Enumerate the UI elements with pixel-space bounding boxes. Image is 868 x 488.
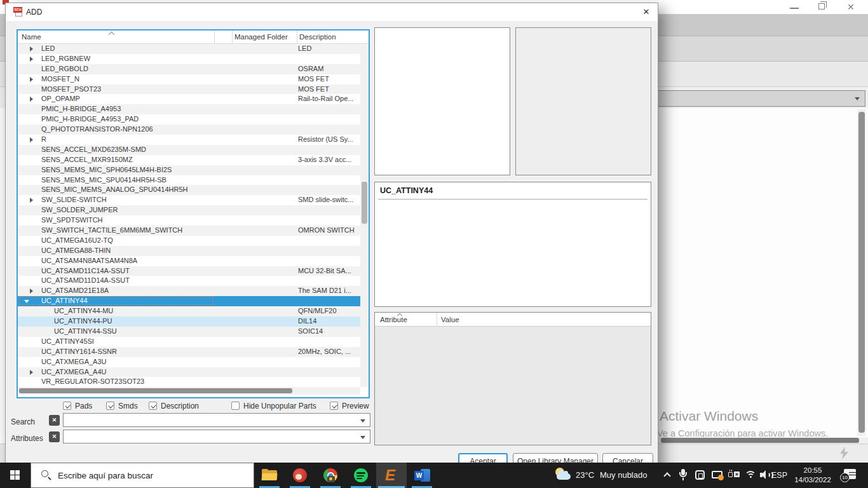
- tree-row[interactable]: LED_RGBOLDOSRAM: [18, 64, 369, 74]
- expander-icon[interactable]: [30, 57, 33, 62]
- column-header-managed-folder[interactable]: Managed Folder: [234, 33, 288, 41]
- tree-horizontal-scrollbar[interactable]: [18, 387, 360, 395]
- taskbar-app-chrome[interactable]: [315, 463, 346, 488]
- tree-row[interactable]: SENS_MEMS_MIC_SPH0645LM4H-BI2S: [18, 165, 369, 175]
- scrollbar-thumb[interactable]: [19, 388, 292, 393]
- wifi-icon[interactable]: [745, 471, 756, 479]
- tree-row[interactable]: LED_RGBNEW: [18, 54, 369, 64]
- checkbox-checked-icon[interactable]: [106, 402, 114, 410]
- tree-row[interactable]: RResistor (US Sy...: [18, 135, 369, 145]
- tree-row[interactable]: UC_ATTINY1614-SSNR20MHz, SOIC, ...: [18, 347, 369, 357]
- expander-icon[interactable]: [30, 46, 33, 51]
- tree-row[interactable]: UC_ATMEGA16U2-TQ: [18, 236, 369, 246]
- tree-row[interactable]: OP_OPAMPRail-to-Rail Ope...: [18, 94, 369, 104]
- attribute-table-header[interactable]: Attribute Value: [375, 313, 651, 327]
- taskbar-app-eagle[interactable]: E: [376, 463, 407, 488]
- expander-icon[interactable]: [30, 137, 33, 142]
- taskbar-search[interactable]: Escribe aquí para buscar: [31, 463, 254, 488]
- clear-attributes-icon[interactable]: ✕: [49, 431, 60, 442]
- attributes-input[interactable]: [65, 431, 357, 442]
- scrollbar-thumb[interactable]: [858, 112, 865, 433]
- tree-row[interactable]: SW_SLIDE-SWITCHSMD slide-switc...: [18, 195, 369, 205]
- notification-center-button[interactable]: 10: [841, 469, 857, 482]
- column-divider: [437, 313, 437, 327]
- tree-header[interactable]: Name Managed Folder Description: [18, 30, 369, 44]
- tree-row[interactable]: LEDLED: [18, 44, 369, 54]
- search-combobox[interactable]: [63, 413, 370, 427]
- background-combobox[interactable]: [635, 90, 865, 107]
- tree-row[interactable]: SW_SOLDER_JUMPER: [18, 205, 369, 215]
- checkbox-unchecked-icon[interactable]: [231, 402, 240, 410]
- vertical-scrollbar[interactable]: [857, 109, 865, 436]
- tree-row[interactable]: UC_ATSAM4N8AATSAM4N8A: [18, 256, 369, 266]
- expander-icon[interactable]: [30, 198, 33, 203]
- tree-row[interactable]: UC_ATTINY45SI: [18, 337, 369, 347]
- start-button[interactable]: [0, 463, 31, 488]
- tree-row[interactable]: UC_ATXMEGA_A3U: [18, 357, 369, 367]
- weather-temperature[interactable]: 23°C: [576, 463, 594, 488]
- language-indicator[interactable]: ESP: [771, 463, 787, 488]
- column-header-name[interactable]: Name: [22, 33, 41, 41]
- tree-row[interactable]: UC_ATTINY44: [18, 296, 369, 306]
- tree-row[interactable]: SW_SWITCH_TACTILE_6MM6MM_SWITCHOMRON SWI…: [18, 226, 369, 236]
- column-header-attribute[interactable]: Attribute: [380, 316, 407, 323]
- tree-row[interactable]: SENS_ACCEL_MXR9150MZ3-axis 3.3V acc...: [18, 155, 369, 165]
- column-header-description[interactable]: Description: [299, 33, 336, 41]
- restore-icon[interactable]: [818, 3, 825, 10]
- checkbox-checked-icon[interactable]: [330, 402, 338, 410]
- clear-search-icon[interactable]: ✕: [49, 415, 60, 426]
- tree-row[interactable]: UC_ATTINY44-PUDIL14: [18, 316, 369, 327]
- taskbar-app-spotify[interactable]: [346, 463, 376, 488]
- checkbox-checked-icon[interactable]: [63, 402, 71, 410]
- tablet-mode-icon[interactable]: [695, 470, 705, 480]
- tree-row[interactable]: SW_SPDTSWITCH: [18, 215, 369, 226]
- chevron-down-icon[interactable]: [360, 436, 365, 439]
- volume-icon[interactable]: [760, 470, 771, 480]
- column-header-value[interactable]: Value: [441, 316, 459, 323]
- usb-error-icon[interactable]: ✕: [728, 471, 740, 478]
- expander-icon[interactable]: [30, 288, 33, 294]
- expander-icon[interactable]: [30, 97, 33, 102]
- expander-open-icon[interactable]: [24, 300, 29, 303]
- minimize-icon[interactable]: [790, 8, 799, 9]
- parts-tree[interactable]: Name Managed Folder Description LEDLEDLE…: [17, 29, 370, 398]
- tree-row[interactable]: UC_ATSAMD11D14A-SSUT: [18, 276, 369, 286]
- scrollbar-thumb[interactable]: [362, 182, 367, 224]
- tree-row[interactable]: SENS_ACCEL_MXD6235M-SMD: [18, 145, 369, 155]
- tree-row[interactable]: VR_REGULATOR-SOT23SOT23: [18, 377, 369, 387]
- tree-row[interactable]: UC_ATSAMD21E18AThe SAM D21 i...: [18, 286, 369, 296]
- search-input[interactable]: [65, 414, 357, 426]
- close-icon[interactable]: ✕: [639, 6, 654, 18]
- microphone-icon[interactable]: [679, 469, 688, 482]
- tree-row[interactable]: Q_PHOTOTRANSISTOR-NPN1206: [18, 125, 369, 135]
- tree-row[interactable]: SENS_MEMS_MIC_SPU0414HR5H-SB: [18, 175, 369, 186]
- tree-row[interactable]: UC_ATSAMD11C14A-SSUTMCU 32-Bit SA...: [18, 266, 369, 276]
- dialog-titlebar[interactable]: SCH ADD ✕: [6, 3, 658, 21]
- attributes-combobox[interactable]: [63, 430, 370, 444]
- tree-row[interactable]: MOSFET_PSOT23MOS FET: [18, 85, 369, 95]
- tree-row[interactable]: SENS_MIC_MEMS_ANALOG_SPU0414HR5H: [18, 185, 369, 195]
- chevron-up-icon[interactable]: [663, 472, 670, 479]
- tree-row[interactable]: PMIC_H-BRIDGE_A4953_PAD: [18, 114, 369, 125]
- tree-row[interactable]: PMIC_H-BRIDGE_A4953: [18, 104, 369, 114]
- tree-vertical-scrollbar[interactable]: [360, 44, 369, 387]
- tree-row[interactable]: UC_ATTINY44-SSUSOIC14: [18, 327, 369, 337]
- tree-row[interactable]: UC_ATMEGA88-THIN: [18, 246, 369, 256]
- checkbox-checked-icon[interactable]: [149, 402, 157, 410]
- expander-icon[interactable]: [30, 370, 33, 375]
- scrollbar-thumb[interactable]: [661, 438, 859, 443]
- close-icon[interactable]: ✕: [847, 2, 855, 12]
- tree-row[interactable]: UC_ATTINY44-MUQFN/MLF20: [18, 306, 369, 316]
- tree-row[interactable]: MOSFET_NMOS FET: [18, 74, 369, 85]
- cast-icon[interactable]: [712, 471, 722, 478]
- weather-widget[interactable]: [554, 468, 572, 483]
- taskbar-clock[interactable]: 20:55 14/03/2022: [793, 466, 832, 485]
- taskbar-app-red-browser[interactable]: [285, 463, 315, 488]
- taskbar-app-file-explorer[interactable]: [254, 463, 285, 488]
- weather-condition[interactable]: Muy nublado: [600, 463, 647, 488]
- horizontal-scrollbar[interactable]: [658, 437, 868, 444]
- taskbar-app-word[interactable]: W: [407, 463, 437, 488]
- expander-icon[interactable]: [30, 77, 33, 82]
- tree-row[interactable]: UC_ATXMEGA_A4U: [18, 367, 369, 377]
- chevron-down-icon[interactable]: [360, 419, 365, 423]
